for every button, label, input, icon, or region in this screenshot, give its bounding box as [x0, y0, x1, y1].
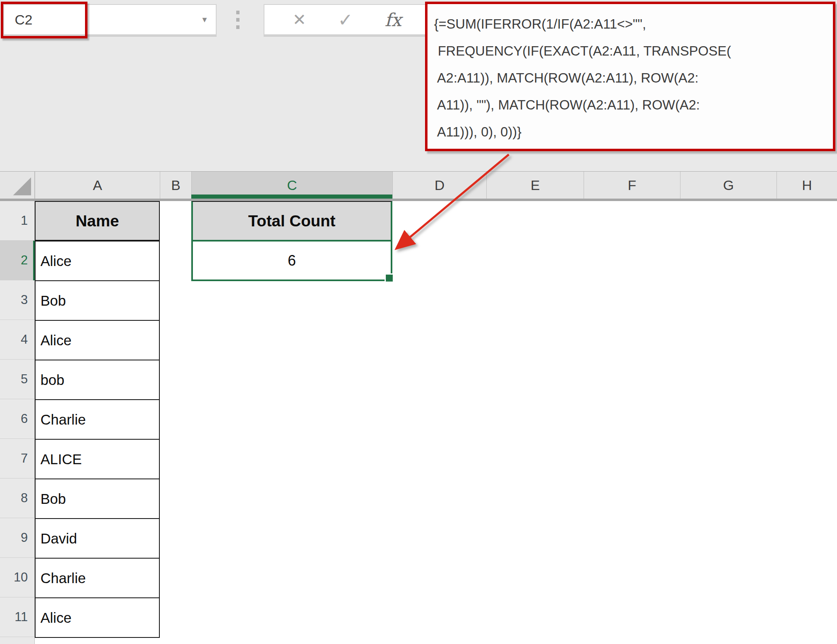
- formula-toolbar: C2 ▾ ✕ ✓ fx {=SUM(IFERROR(1/IF(A2:A11<>"…: [0, 0, 837, 171]
- row-header-9[interactable]: 9: [0, 518, 35, 558]
- formula-line-2: FREQUENCY(IF(EXACT(A2:A11, TRANSPOSE(: [434, 38, 830, 65]
- name-box-annotation-rectangle: [1, 2, 87, 38]
- cancel-icon[interactable]: ✕: [293, 10, 307, 29]
- cell-A2[interactable]: Alice: [35, 241, 160, 281]
- column-header-e[interactable]: E: [486, 172, 584, 199]
- cell-C1[interactable]: Total Count: [191, 201, 392, 241]
- row-header-1[interactable]: 1: [0, 201, 35, 241]
- row-header-3[interactable]: 3: [0, 280, 35, 320]
- row-header-6[interactable]: 6: [0, 399, 35, 439]
- name-box-dropdown-icon[interactable]: ▾: [202, 14, 207, 25]
- cell-A3[interactable]: Bob: [35, 280, 160, 321]
- row-header-5[interactable]: 5: [0, 360, 35, 399]
- column-header-h[interactable]: H: [777, 172, 837, 199]
- enter-icon[interactable]: ✓: [338, 9, 353, 30]
- column-header-f[interactable]: F: [584, 172, 680, 199]
- column-header-a[interactable]: A: [35, 172, 160, 199]
- cell-A1[interactable]: Name: [35, 201, 160, 241]
- column-header-d[interactable]: D: [392, 172, 486, 199]
- formula-bar-buttons: ✕ ✓ fx: [264, 4, 430, 35]
- cell-A7[interactable]: ALICE: [35, 439, 160, 479]
- insert-function-icon[interactable]: fx: [385, 9, 401, 30]
- column-header-g[interactable]: G: [680, 172, 777, 199]
- formula-line-1: {=SUM(IFERROR(1/IF(A2:A11<>"",: [434, 11, 830, 38]
- select-all-triangle-icon: [13, 177, 31, 195]
- selected-column-underline: [191, 195, 392, 199]
- row-header-10[interactable]: 10: [0, 558, 35, 597]
- cell-A8[interactable]: Bob: [35, 479, 160, 519]
- cell-A10[interactable]: Charlie: [35, 558, 160, 598]
- select-all-button[interactable]: [0, 172, 35, 199]
- cell-C2-selected[interactable]: 6: [191, 240, 392, 281]
- formula-input[interactable]: {=SUM(IFERROR(1/IF(A2:A11<>"", FREQUENCY…: [425, 2, 835, 151]
- excel-window: C2 ▾ ✕ ✓ fx {=SUM(IFERROR(1/IF(A2:A11<>"…: [0, 0, 837, 644]
- row-header-8[interactable]: 8: [0, 479, 35, 518]
- fill-handle[interactable]: [386, 275, 393, 282]
- formula-line-4: A11)), ""), MATCH(ROW(A2:A11), ROW(A2:: [434, 92, 830, 119]
- formula-line-5: A11))), 0), 0))}: [434, 119, 830, 145]
- row-header-7[interactable]: 7: [0, 439, 35, 479]
- row-header-12-partial[interactable]: [0, 637, 35, 644]
- formula-bar-drag-handle-icon[interactable]: [236, 11, 239, 29]
- formula-line-3: A2:A11)), MATCH(ROW(A2:A11), ROW(A2:: [434, 65, 830, 92]
- cell-A11[interactable]: Alice: [35, 597, 160, 638]
- row-header-11[interactable]: 11: [0, 597, 35, 637]
- cell-A9[interactable]: David: [35, 518, 160, 559]
- cell-A4[interactable]: Alice: [35, 320, 160, 360]
- cell-A5[interactable]: bob: [35, 360, 160, 400]
- cell-A6[interactable]: Charlie: [35, 399, 160, 440]
- row-header-2[interactable]: 2: [0, 241, 35, 280]
- column-header-b[interactable]: B: [160, 172, 191, 199]
- row-header-4[interactable]: 4: [0, 320, 35, 360]
